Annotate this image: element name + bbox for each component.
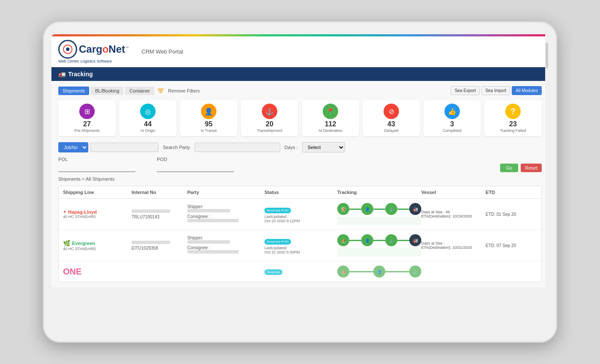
status-cell-1: Reached POD LastUpdated: Oct 31 2020 5:0… <box>264 237 337 254</box>
track-node-2-2: 👤 <box>373 266 385 277</box>
logo-tm: ™ <box>125 46 129 50</box>
days-label: Days : <box>285 145 298 150</box>
internal-no-cell-1: EITU1029358 <box>132 241 187 251</box>
search-party-label: Search Party <box>163 145 190 150</box>
status-badge-0: Reached POD <box>264 208 291 213</box>
preshipments-icon: ⊞ <box>79 104 95 119</box>
tab-shipments[interactable]: Shipments <box>58 87 89 95</box>
shipping-line-cell-1: 🌿 Evergreen 40 HC STANDARD <box>63 240 132 251</box>
track-node-1-1: ⛵ <box>337 234 349 246</box>
nav-tracking-button[interactable]: 🚛 Tracking <box>58 71 93 78</box>
status-card-completed[interactable]: 👍 3 Completed <box>423 100 481 136</box>
completed-icon: 👍 <box>444 104 460 119</box>
tracking-cell-1: ⛵ 👤 ⚓ 🏭 <box>337 234 421 257</box>
etd-0: ETD: 01 Sep 20 <box>486 212 537 217</box>
track-line-0-3 <box>397 209 409 210</box>
pod-input[interactable] <box>157 163 234 172</box>
evergreen-logo-icon: 🌿 <box>63 240 70 247</box>
module-buttons: Sea Export Sea Import All Modules <box>451 86 542 95</box>
go-button[interactable]: Go <box>500 164 519 172</box>
status-cards: ⊞ 27 Pre-Shipments ◎ 44 At Origin 👤 95 I… <box>58 100 542 136</box>
table-header: Shipping Line Internal No Party Status T… <box>59 186 541 199</box>
tracking-cell-0: ⛵ 👤 ⚓ 🏭 <box>337 203 421 225</box>
delayed-label: Delayed <box>384 128 398 133</box>
status-card-delayed[interactable]: ⊘ 43 Delayed <box>363 100 420 136</box>
filter-icon[interactable] <box>158 88 165 94</box>
filter-line-3 <box>159 92 162 93</box>
status-card-atorigin[interactable]: ◎ 44 At Origin <box>119 100 177 136</box>
tab-container[interactable]: Container <box>125 87 154 95</box>
th-internal-no: Internal No <box>132 190 187 195</box>
svg-text:👤: 👤 <box>377 269 382 274</box>
consignee-label-0: Consignee : <box>187 214 264 219</box>
shipper-blurred-1 <box>187 240 230 244</box>
table-row[interactable]: ONE Reached ⛵ 👤 <box>59 261 541 282</box>
logo-tagline: Web Centric Logistics Software <box>58 59 129 63</box>
svg-text:⚓: ⚓ <box>389 207 394 212</box>
sea-export-button[interactable]: Sea Export <box>451 86 480 95</box>
tablet-inner: Carg o Net ™ Web Centric Logistics Softw… <box>51 34 549 287</box>
nav-tracking-label: Tracking <box>68 71 93 78</box>
track-node-2-3: ⚓ <box>409 266 421 277</box>
completed-count: 3 <box>450 121 454 128</box>
track-node-0-3: ⚓ <box>385 203 397 215</box>
delayed-count: 43 <box>387 121 395 128</box>
search-row: JobNo Search Party Days : Select <box>58 142 542 152</box>
pol-input[interactable] <box>58 163 135 172</box>
status-card-preshipments[interactable]: ⊞ 27 Pre-Shipments <box>58 100 116 136</box>
table-row[interactable]: 🌿 Evergreen 40 HC STANDARD EITU1029358 S… <box>59 230 541 261</box>
status-card-intransit[interactable]: 👤 95 In Transit <box>180 100 237 136</box>
pod-group: POD <box>157 157 234 172</box>
reset-button[interactable]: Reset <box>521 164 542 172</box>
pod-label: POD <box>157 157 234 162</box>
svg-text:🏭: 🏭 <box>413 238 418 243</box>
atdestination-label: At Destination <box>318 128 342 133</box>
shipper-label-1: Shipper: <box>187 236 264 240</box>
intransit-icon: 👤 <box>201 104 216 119</box>
status-cell-0: Reached POD LastUpdated: Oct 20 2020 9:1… <box>264 206 337 223</box>
trackingfailed-count: 23 <box>509 121 517 128</box>
track-line-1-3 <box>397 240 409 241</box>
svg-text:👤: 👤 <box>365 238 370 243</box>
status-card-trackingfailed[interactable]: ? 23 Tracking Failed <box>484 100 542 136</box>
tablet-frame: Carg o Net ™ Web Centric Logistics Softw… <box>43 21 557 343</box>
status-card-atdestination[interactable]: 📍 112 At Destination <box>302 100 359 136</box>
sea-import-button[interactable]: Sea Import <box>481 86 510 95</box>
tracking-blur-1 <box>337 248 421 257</box>
scrollbar-track[interactable] <box>545 34 549 287</box>
scrollbar-thumb <box>546 43 548 69</box>
intransit-count: 95 <box>205 121 213 128</box>
truck-icon: 🚛 <box>58 71 66 78</box>
track-node-0-1: ⛵ <box>337 203 349 215</box>
status-badge-1: Reached POD <box>264 239 291 245</box>
one-name: ONE <box>63 267 132 277</box>
jobno-input[interactable] <box>90 143 159 152</box>
breadcrumb: Shipments > All Shipments <box>58 176 542 182</box>
search-party-input[interactable] <box>195 143 280 152</box>
shipping-line-cell-2: ONE <box>63 267 132 277</box>
eta-dest-0: ETA(Destination): 10/19/2020 <box>421 214 486 218</box>
svg-text:⛵: ⛵ <box>341 207 346 212</box>
shipping-line-cell: ✦ Hapag-Lloyd 40 HC STANDARD <box>63 209 132 219</box>
party-cell-0: Shipper: Consignee : <box>187 204 264 224</box>
table-row[interactable]: ✦ Hapag-Lloyd 40 HC STANDARD TRLU7100143… <box>59 199 541 230</box>
remove-filters-label[interactable]: Remove Filters <box>168 88 200 93</box>
internal-no-cell-0: TRLU7100143 <box>132 209 187 219</box>
logo-o: o <box>102 43 109 55</box>
svg-text:⚓: ⚓ <box>413 269 418 274</box>
tab-bl-booking[interactable]: BL/Booking <box>91 87 123 95</box>
status-card-transshipment[interactable]: ⚓ 20 Transshipment <box>241 100 298 136</box>
etd-1: ETD: 07 Sep 20 <box>486 243 537 248</box>
days-select[interactable]: Select <box>302 142 345 152</box>
tracking-timeline-0: ⛵ 👤 ⚓ 🏭 <box>337 203 421 215</box>
track-node-1-3: ⚓ <box>385 234 397 246</box>
delayed-icon: ⊘ <box>384 104 399 119</box>
track-line-2-2 <box>385 271 409 272</box>
status-cell-2: Reached <box>264 267 337 276</box>
tracking-timeline-1: ⛵ 👤 ⚓ 🏭 <box>337 234 421 246</box>
consignee-blurred-1 <box>187 250 239 254</box>
th-status: Status <box>264 190 337 195</box>
jobno-select[interactable]: JobNo <box>58 142 88 152</box>
hapag-lloyd-logo-icon: ✦ <box>63 210 66 214</box>
all-modules-button[interactable]: All Modules <box>512 86 542 95</box>
